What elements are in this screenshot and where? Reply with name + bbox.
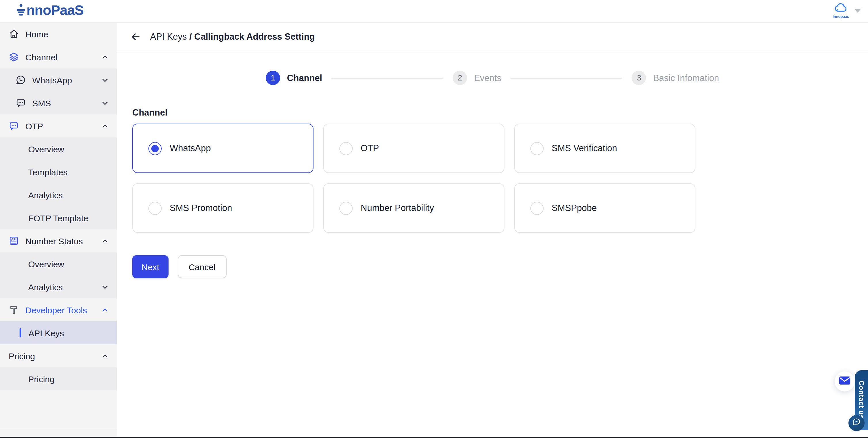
number-status-submenu: Overview Analytics — [0, 252, 117, 298]
chevron-down-icon — [101, 99, 109, 107]
step-basic-information[interactable]: 3 Basic Infomation — [632, 71, 719, 85]
channel-option-number-portability[interactable]: Number Portability — [323, 183, 504, 233]
logo-mark-icon — [17, 4, 25, 17]
channel-option-otp[interactable]: OTP — [323, 124, 504, 173]
sidebar-item-label: Overview — [28, 144, 64, 154]
account-menu[interactable]: innopaas — [833, 2, 849, 19]
form-actions: Next Cancel — [132, 255, 868, 278]
sidebar-item-label: Number Status — [25, 236, 83, 246]
step-label: Basic Infomation — [653, 73, 719, 83]
email-fab[interactable] — [835, 371, 855, 392]
chat-bubble-button[interactable] — [848, 415, 865, 431]
sidebar-item-otp-overview[interactable]: Overview — [0, 137, 117, 160]
channel-submenu: WhatsApp SMS — [0, 68, 117, 114]
step-channel[interactable]: 1 Channel — [266, 71, 322, 85]
chevron-down-icon[interactable] — [854, 9, 861, 13]
sidebar-item-ns-overview[interactable]: Overview — [0, 252, 117, 275]
chevron-down-icon — [101, 76, 109, 83]
layers-icon — [9, 52, 19, 62]
sidebar-item-pricing-sub[interactable]: Pricing — [0, 367, 117, 390]
sidebar-item-fotp-template[interactable]: FOTP Template — [0, 206, 117, 229]
main-content: API Keys / Callingback Address Setting 1… — [117, 23, 868, 438]
account-label: innopaas — [833, 14, 849, 19]
sidebar-divider — [0, 429, 117, 429]
sidebar-item-ns-analytics[interactable]: Analytics — [0, 275, 117, 298]
chevron-up-icon — [101, 237, 109, 244]
sidebar-item-label: OTP — [25, 121, 43, 131]
active-indicator-bar — [20, 328, 21, 337]
chat-bubble-icon — [9, 121, 19, 131]
chevron-up-icon — [101, 352, 109, 360]
channel-option-smsppobe[interactable]: SMSPpobe — [514, 183, 695, 233]
channel-option-label: SMS Verification — [552, 143, 617, 154]
sidebar-item-label: FOTP Template — [28, 213, 88, 223]
cancel-button[interactable]: Cancel — [178, 255, 226, 278]
sidebar-item-home[interactable]: Home — [0, 23, 117, 45]
breadcrumb-bar: API Keys / Callingback Address Setting — [117, 23, 868, 51]
radio-button[interactable] — [339, 201, 352, 215]
channel-option-label: Number Portability — [361, 203, 434, 213]
radio-button[interactable] — [530, 142, 544, 155]
logo-text: nnoPaaS — [27, 3, 84, 17]
step-label: Channel — [287, 73, 322, 83]
hammer-icon — [9, 305, 19, 315]
chat-bubble-icon — [16, 98, 26, 108]
radio-button[interactable] — [339, 142, 352, 155]
channel-section-label: Channel — [132, 107, 868, 118]
chevron-down-icon — [101, 283, 109, 291]
sidebar-item-label: Home — [25, 29, 48, 39]
sidebar-item-api-keys[interactable]: API Keys — [0, 321, 117, 344]
sidebar-item-sms[interactable]: SMS — [0, 91, 117, 114]
bottom-edge-strip — [0, 437, 868, 438]
sidebar: Home Channel WhatsApp — [0, 23, 117, 438]
chat-bubble-icon — [852, 417, 861, 429]
channel-option-sms-promotion[interactable]: SMS Promotion — [132, 183, 313, 233]
radio-button[interactable] — [530, 201, 544, 215]
channel-option-sms-verification[interactable]: SMS Verification — [514, 124, 695, 173]
step-number: 1 — [266, 71, 280, 85]
breadcrumb-current: / Callingback Address Setting — [189, 31, 315, 41]
sidebar-item-label: Overview — [28, 259, 64, 269]
home-icon — [9, 29, 19, 39]
breadcrumb: API Keys / Callingback Address Setting — [150, 31, 315, 42]
sidebar-item-analytics[interactable]: Analytics — [0, 183, 117, 206]
sidebar-item-templates[interactable]: Templates — [0, 160, 117, 183]
sidebar-item-label: Pricing — [28, 374, 55, 384]
channel-option-whatsapp[interactable]: WhatsApp — [132, 124, 313, 173]
pricing-submenu: Pricing — [0, 367, 117, 390]
sidebar-item-whatsapp[interactable]: WhatsApp — [0, 68, 117, 91]
step-connector — [510, 77, 623, 78]
channel-options-grid: WhatsApp OTP SMS Verification SMS Promot… — [132, 124, 868, 233]
radio-button[interactable] — [148, 142, 162, 155]
svg-text:API: API — [11, 238, 17, 241]
sidebar-item-label: SMS — [32, 98, 51, 108]
breadcrumb-parent[interactable]: API Keys — [150, 31, 187, 41]
channel-option-label: SMSPpobe — [552, 203, 597, 213]
app-logo[interactable]: nnoPaaS — [17, 3, 84, 17]
sidebar-item-label: Pricing — [9, 351, 35, 361]
whatsapp-icon — [16, 75, 26, 85]
step-number: 3 — [632, 71, 646, 85]
sidebar-item-channel[interactable]: Channel — [0, 45, 117, 68]
step-label: Events — [474, 73, 501, 83]
step-connector — [331, 77, 443, 78]
otp-submenu: Overview Templates Analytics FOTP Templa… — [0, 137, 117, 229]
sidebar-item-developer-tools[interactable]: Developer Tools — [0, 298, 117, 321]
channel-option-label: OTP — [361, 143, 379, 154]
sidebar-item-otp[interactable]: OTP — [0, 114, 117, 137]
sidebar-item-label: Analytics — [28, 190, 63, 200]
chevron-up-icon — [101, 306, 109, 313]
chevron-up-icon — [101, 122, 109, 130]
radio-button[interactable] — [148, 201, 162, 215]
sidebar-item-number-status[interactable]: API Number Status — [0, 229, 117, 252]
api-document-icon: API — [9, 236, 19, 246]
sidebar-item-label: Channel — [25, 52, 58, 62]
envelope-icon — [839, 376, 851, 387]
sidebar-item-pricing[interactable]: Pricing — [0, 344, 117, 367]
step-events[interactable]: 2 Events — [453, 71, 501, 85]
cloud-icon — [834, 2, 847, 14]
sidebar-item-label: WhatsApp — [32, 75, 72, 85]
next-button[interactable]: Next — [132, 255, 168, 278]
back-arrow-icon[interactable] — [129, 30, 143, 43]
app-window: nnoPaaS innopaas Home — [0, 0, 868, 438]
